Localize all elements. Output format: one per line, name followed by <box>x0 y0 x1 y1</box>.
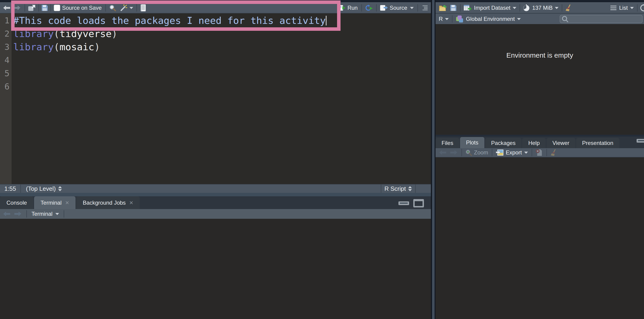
export-plot-button[interactable]: Export <box>506 149 522 156</box>
keyword-token: library <box>13 41 54 52</box>
document-outline-icon[interactable] <box>421 5 428 11</box>
code-tools-wand-icon[interactable] <box>120 4 128 12</box>
plot-display-area <box>436 157 644 319</box>
scope-selector[interactable]: (Top Level) <box>21 185 62 192</box>
code-text-area[interactable]: #This code loads the packages I need for… <box>12 13 431 184</box>
editor-toolbar: Source on Save Run <box>0 2 431 13</box>
tab-background-jobs[interactable]: Background Jobs × <box>76 196 140 209</box>
remove-plot-icon[interactable] <box>535 149 543 156</box>
close-icon[interactable]: × <box>130 200 133 206</box>
code-line[interactable]: library(mosaic) <box>13 40 431 53</box>
source-on-save-label: Source on Save <box>62 5 102 11</box>
next-plot-icon[interactable] <box>450 150 458 155</box>
memory-caret-icon[interactable] <box>555 7 558 9</box>
tab-console[interactable]: Console <box>0 196 33 209</box>
tab-plots[interactable]: Plots <box>460 137 484 148</box>
find-replace-icon[interactable] <box>109 4 116 11</box>
workspace-pane: Import Dataset 137 MiB List R <box>436 0 644 319</box>
clear-objects-broom-icon[interactable] <box>565 4 572 11</box>
source-button[interactable]: Source <box>390 5 407 11</box>
back-icon[interactable] <box>3 5 11 11</box>
source-icon[interactable] <box>380 5 388 11</box>
import-dataset-button[interactable]: Import Dataset <box>474 5 510 11</box>
code-line[interactable] <box>13 53 431 67</box>
line-number: 3 <box>0 40 12 53</box>
code-line[interactable]: #This code loads the packages I need for… <box>13 14 431 27</box>
previous-plot-icon[interactable] <box>439 150 447 155</box>
compile-report-icon[interactable] <box>140 4 147 12</box>
pane-divider[interactable] <box>436 135 644 137</box>
environment-toolbar: Import Dataset 137 MiB List <box>436 2 644 13</box>
load-workspace-icon[interactable] <box>439 4 447 11</box>
view-mode-button[interactable]: List <box>619 5 628 11</box>
line-number-gutter: 1 2 3 4 5 6 <box>0 13 12 184</box>
pane-window-controls <box>636 139 644 143</box>
minimize-pane-icon[interactable] <box>636 139 644 143</box>
memory-usage-button[interactable]: 137 MiB <box>532 5 552 11</box>
run-button[interactable]: Run <box>348 5 358 11</box>
environment-caret-icon[interactable] <box>517 18 521 20</box>
code-editor[interactable]: 1 2 3 4 5 6 #This code loads the package… <box>0 13 431 184</box>
memory-gauge-icon[interactable] <box>523 4 530 11</box>
rstudio-window: Source on Save Run <box>0 0 644 319</box>
import-dataset-icon[interactable] <box>463 4 472 11</box>
pane-divider[interactable] <box>0 193 431 196</box>
clear-plots-broom-icon[interactable] <box>550 149 558 156</box>
forward-icon[interactable] <box>14 211 22 217</box>
terminal-caret-icon[interactable] <box>55 213 59 215</box>
back-icon[interactable] <box>3 211 11 217</box>
rerun-icon[interactable] <box>365 5 373 11</box>
source-pane: Source on Save Run <box>0 0 431 319</box>
zoom-plot-icon[interactable] <box>465 149 472 156</box>
save-icon[interactable] <box>41 4 48 11</box>
zoom-plot-button[interactable]: Zoom <box>474 149 488 156</box>
open-in-new-window-icon[interactable] <box>28 4 36 11</box>
file-type-selector[interactable]: R Script <box>381 185 416 193</box>
argument-token: tidyverse <box>60 28 112 39</box>
code-line[interactable] <box>13 80 431 93</box>
terminal-output-area[interactable] <box>0 219 431 319</box>
export-caret-icon[interactable] <box>524 152 528 154</box>
code-tools-caret-icon[interactable] <box>130 7 133 9</box>
cursor-position[interactable]: 1:55 <box>0 185 21 193</box>
save-workspace-icon[interactable] <box>450 4 457 11</box>
terminal-dropdown[interactable]: Terminal <box>32 211 52 217</box>
environment-search[interactable] <box>560 15 642 23</box>
minimize-pane-icon[interactable] <box>398 201 409 205</box>
comment-token: #This code loads the packages I need for… <box>13 15 326 26</box>
line-number: 2 <box>0 27 12 40</box>
source-on-save-checkbox[interactable] <box>54 5 60 11</box>
output-tabstrip: Files Plots Packages Help Viewer Present… <box>436 137 644 148</box>
source-caret-icon[interactable] <box>410 7 414 9</box>
editor-status-bar: 1:55 (Top Level) R Script <box>0 184 431 193</box>
tab-packages[interactable]: Packages <box>485 138 522 148</box>
list-view-icon[interactable] <box>610 5 617 11</box>
tab-presentation[interactable]: Presentation <box>576 138 620 148</box>
code-line[interactable]: library(tidyverse) <box>13 27 431 40</box>
maximize-pane-icon[interactable] <box>413 199 424 207</box>
search-input[interactable] <box>568 15 639 22</box>
view-mode-caret-icon[interactable] <box>630 7 634 9</box>
close-icon[interactable]: × <box>65 200 69 206</box>
language-caret-icon[interactable] <box>445 18 449 20</box>
tab-viewer[interactable]: Viewer <box>546 138 576 148</box>
line-number: 4 <box>0 53 12 67</box>
pane-splitter[interactable] <box>431 0 435 319</box>
run-icon[interactable] <box>337 5 346 11</box>
line-number: 6 <box>0 80 12 93</box>
tab-help[interactable]: Help <box>522 138 546 148</box>
tab-terminal[interactable]: Terminal × <box>34 196 76 209</box>
environment-scope-bar: R Global Environment <box>436 13 644 24</box>
environment-empty-message: Environment is empty <box>436 51 644 59</box>
forward-icon[interactable] <box>13 5 21 11</box>
export-plot-icon[interactable] <box>496 149 504 156</box>
environment-selector[interactable]: Global Environment <box>466 16 515 22</box>
argument-token: mosaic <box>60 41 94 52</box>
file-type-spinner-icon[interactable] <box>408 186 412 191</box>
tab-files[interactable]: Files <box>436 138 459 148</box>
language-selector[interactable]: R <box>439 16 443 22</box>
code-line[interactable] <box>13 67 431 80</box>
scope-spinner-icon[interactable] <box>58 186 62 191</box>
refresh-icon[interactable] <box>640 4 644 12</box>
import-dataset-caret-icon[interactable] <box>513 7 516 9</box>
